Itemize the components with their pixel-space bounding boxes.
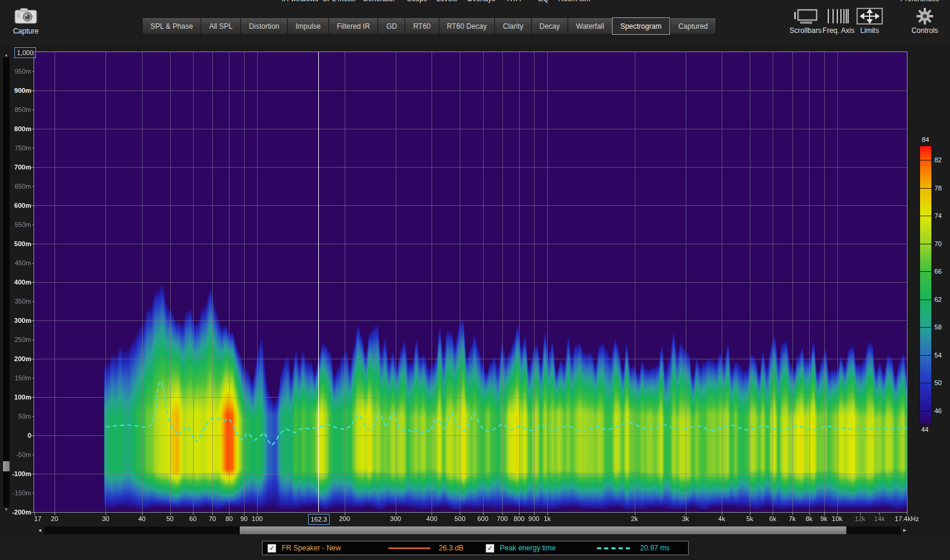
- colorbar-tick: [920, 271, 931, 272]
- colorbar-min-label: 44: [921, 426, 928, 433]
- camera-icon: [14, 7, 37, 26]
- scroll-left-arrow[interactable]: ◄: [36, 526, 44, 534]
- toolbar: Capture SPL & PhaseAll SPLDistortionImpu…: [0, 5, 950, 45]
- x-tick-label: 17: [34, 515, 41, 522]
- colorbar-tick-label: 46: [934, 407, 942, 414]
- tab-waterfall[interactable]: Waterfall: [568, 17, 612, 35]
- x-tick-mark: [686, 513, 686, 515]
- limits-icon: [856, 7, 883, 25]
- x-tick-label: 8k: [806, 515, 813, 522]
- x-tick-mark: [170, 513, 171, 515]
- x-tick-label: 70: [209, 515, 216, 522]
- menu-levels[interactable]: Levels: [436, 0, 457, 4]
- tab-clarity[interactable]: Clarity: [494, 17, 531, 35]
- scroll-up-arrow[interactable]: ▲: [3, 52, 10, 57]
- tab-impulse[interactable]: Impulse: [287, 17, 328, 35]
- colorbar-tick: [920, 355, 931, 356]
- horizontal-scrollbar[interactable]: ◄ ►: [36, 526, 909, 534]
- x-tick-label: 12k: [855, 515, 865, 522]
- tab-captured[interactable]: Captured: [670, 17, 716, 35]
- x-tick-label: 700: [497, 515, 508, 522]
- x-tick-label: 200: [339, 515, 350, 522]
- x-tick-mark: [879, 513, 880, 515]
- x-tick-mark: [105, 513, 106, 515]
- tab-decay[interactable]: Decay: [531, 17, 568, 35]
- freq-axis-button[interactable]: Freq. Axis: [822, 7, 855, 35]
- colorbar-tick: [920, 244, 931, 244]
- peak-energy-line-sample: [597, 547, 631, 549]
- x-tick-label: 80: [225, 515, 233, 522]
- tab-gd[interactable]: GD: [378, 17, 405, 35]
- fr-speaker-checkbox[interactable]: ✓: [267, 544, 276, 553]
- x-tick-label: 800: [514, 515, 524, 522]
- scroll-right-arrow[interactable]: ►: [901, 526, 909, 534]
- graph-tabbar: SPL & PhaseAll SPLDistortionImpulseFilte…: [142, 17, 716, 35]
- x-tick-mark: [212, 513, 213, 515]
- menu-ir-windows[interactable]: IR windows: [282, 0, 318, 4]
- y-tick-mark: [31, 397, 34, 398]
- x-tick-label: 1k: [544, 515, 551, 522]
- scrollbars-button[interactable]: Scrollbars: [789, 7, 822, 35]
- tab-spectrogram[interactable]: Spectrogram: [612, 17, 670, 35]
- peak-energy-label: Peak energy time: [500, 544, 584, 552]
- menu-rta[interactable]: RTA: [507, 0, 521, 4]
- menu-room-sim[interactable]: Room sim: [558, 0, 590, 4]
- tab-rt60[interactable]: RT60: [405, 17, 438, 35]
- x-cursor-readout[interactable]: 162.3: [308, 514, 330, 525]
- x-tick-mark: [792, 513, 793, 515]
- y-tick-mark: [32, 225, 34, 225]
- x-tick-mark: [502, 513, 503, 515]
- controls-button[interactable]: Controls: [909, 7, 941, 35]
- limits-button[interactable]: Limits: [856, 7, 883, 35]
- y-tick-mark: [32, 71, 34, 72]
- colorbar-tick-label: 58: [934, 323, 942, 331]
- x-tick-label: 14k: [874, 515, 885, 522]
- x-tick-mark: [244, 513, 245, 515]
- y-tick-mark: [31, 435, 34, 436]
- menu-scope[interactable]: Scope: [407, 0, 427, 4]
- tab-all-spl[interactable]: All SPL: [201, 17, 240, 35]
- tab-distortion[interactable]: Distortion: [240, 17, 287, 35]
- scroll-down-arrow[interactable]: ▼: [3, 507, 10, 512]
- vertical-scrollbar[interactable]: ▲ ▼: [3, 52, 10, 512]
- colorbar-tick: [920, 188, 931, 189]
- tab-filtered-ir[interactable]: Filtered IR: [328, 17, 378, 35]
- colorbar-tick-label: 70: [934, 240, 942, 247]
- x-tick-label: 400: [426, 515, 437, 522]
- menu-generator[interactable]: Generator: [363, 0, 395, 4]
- x-tick-label: 6k: [770, 515, 777, 522]
- menu-spl-meter[interactable]: SPL meter: [322, 0, 356, 4]
- x-tick-mark: [460, 513, 460, 515]
- spectrogram-plot[interactable]: [34, 52, 907, 512]
- horizontal-scroll-thumb[interactable]: [240, 526, 846, 534]
- y-tick-mark: [31, 90, 34, 91]
- menu-eq[interactable]: EQ: [538, 0, 548, 4]
- menu-overlays[interactable]: Overlays: [467, 0, 495, 4]
- y-tick-mark: [32, 263, 34, 264]
- colorbar-tick-label: 50: [934, 379, 942, 386]
- tab-rt60-decay[interactable]: RT60 Decay: [439, 17, 494, 35]
- gear-icon: [909, 7, 941, 25]
- y-axis-max-box[interactable]: 1,000: [14, 47, 36, 58]
- x-tick-mark: [534, 513, 535, 515]
- x-tick-mark: [809, 513, 810, 515]
- vertical-scroll-thumb[interactable]: [3, 461, 10, 471]
- tab-spl-phase[interactable]: SPL & Phase: [142, 17, 201, 35]
- x-tick-mark: [837, 513, 838, 515]
- scrollbars-icon: [789, 7, 822, 25]
- x-tick-label: 40: [138, 515, 146, 522]
- menu-preferences[interactable]: Preferences: [900, 0, 939, 4]
- capture-button[interactable]: Capture: [6, 6, 46, 41]
- y-tick-mark: [31, 129, 34, 129]
- x-tick-label: 100: [252, 515, 263, 522]
- x-tick-mark: [432, 513, 432, 515]
- spectrogram-chart: 900m800m700m600m500m400m300m200m100m0-10…: [0, 45, 950, 536]
- y-tick-mark: [31, 359, 34, 359]
- y-tick-mark: [32, 186, 34, 187]
- x-tick-label: 600: [477, 515, 488, 522]
- y-tick-mark: [32, 378, 34, 379]
- x-tick-mark: [229, 513, 230, 515]
- fr-speaker-label: FR Speaker - New: [282, 544, 372, 552]
- colorbar-tick: [920, 216, 931, 216]
- peak-energy-checkbox[interactable]: ✓: [485, 544, 494, 553]
